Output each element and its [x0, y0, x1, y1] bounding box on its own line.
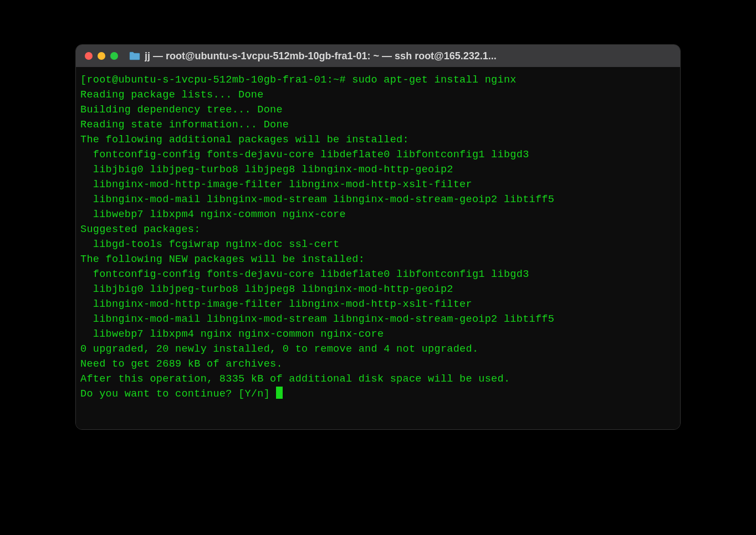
terminal-line: [root@ubuntu-s-1vcpu-512mb-10gb-fra1-01:… [80, 73, 676, 88]
terminal-line: Reading state information... Done [80, 117, 676, 132]
terminal-line: libwebp7 libxpm4 nginx nginx-common ngin… [80, 327, 676, 342]
terminal-line: 0 upgraded, 20 newly installed, 0 to rem… [80, 342, 676, 357]
terminal-window: jj — root@ubuntu-s-1vcpu-512mb-10gb-fra1… [75, 44, 681, 430]
terminal-line: The following NEW packages will be insta… [80, 252, 676, 267]
terminal-body[interactable]: [root@ubuntu-s-1vcpu-512mb-10gb-fra1-01:… [76, 67, 680, 429]
terminal-line: libjbig0 libjpeg-turbo8 libjpeg8 libngin… [80, 162, 676, 177]
terminal-line: libwebp7 libxpm4 nginx-common nginx-core [80, 207, 676, 222]
terminal-line: Reading package lists... Done [80, 88, 676, 102]
title-content: jj — root@ubuntu-s-1vcpu-512mb-10gb-fra1… [129, 50, 671, 62]
close-button[interactable] [85, 52, 93, 60]
terminal-prompt-line[interactable]: Do you want to continue? [Y/n] [80, 387, 676, 402]
prompt-text: Do you want to continue? [Y/n] [80, 388, 276, 400]
terminal-line: libgd-tools fcgiwrap nginx-doc ssl-cert [80, 237, 676, 252]
terminal-line: libnginx-mod-mail libnginx-mod-stream li… [80, 192, 676, 207]
terminal-line: fontconfig-config fonts-dejavu-core libd… [80, 267, 676, 282]
terminal-line: fontconfig-config fonts-dejavu-core libd… [80, 147, 676, 162]
minimize-button[interactable] [98, 52, 105, 60]
terminal-line: libnginx-mod-mail libnginx-mod-stream li… [80, 312, 676, 327]
terminal-line: Need to get 2689 kB of archives. [80, 357, 676, 372]
window-title: jj — root@ubuntu-s-1vcpu-512mb-10gb-fra1… [145, 50, 497, 62]
terminal-line: libjbig0 libjpeg-turbo8 libjpeg8 libngin… [80, 282, 676, 297]
traffic-lights [85, 52, 118, 60]
maximize-button[interactable] [110, 52, 118, 60]
terminal-line: Building dependency tree... Done [80, 102, 676, 117]
terminal-line: After this operation, 8335 kB of additio… [80, 372, 676, 387]
terminal-line: The following additional packages will b… [80, 132, 676, 147]
terminal-line: libnginx-mod-http-image-filter libnginx-… [80, 177, 676, 192]
terminal-line: libnginx-mod-http-image-filter libnginx-… [80, 297, 676, 312]
folder-icon [129, 52, 140, 60]
terminal-line: Suggested packages: [80, 222, 676, 237]
cursor [276, 387, 283, 399]
title-bar[interactable]: jj — root@ubuntu-s-1vcpu-512mb-10gb-fra1… [76, 45, 680, 67]
